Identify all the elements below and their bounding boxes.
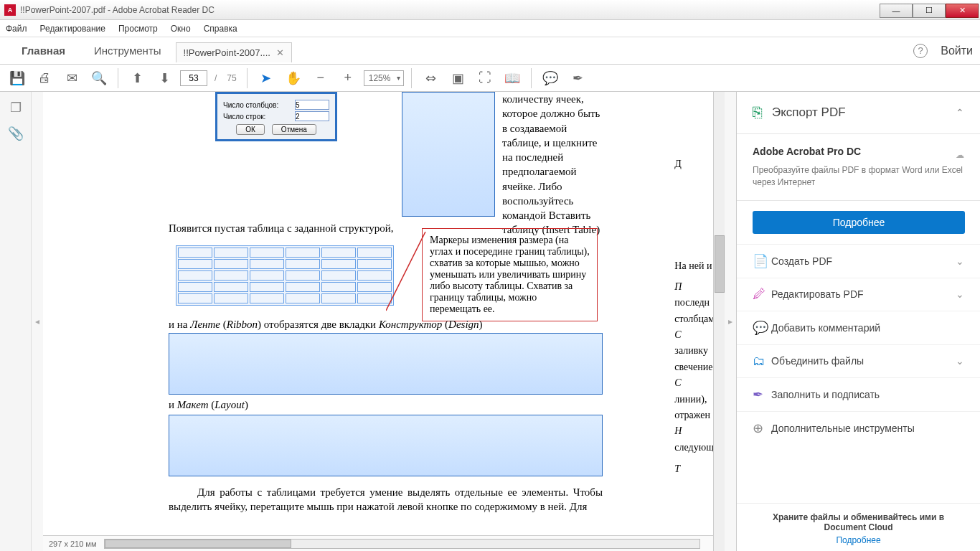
vscroll-thumb[interactable]: [715, 235, 725, 293]
print-icon[interactable]: 🖨: [33, 67, 56, 90]
menu-bar: Файл Редактирование Просмотр Окно Справк…: [0, 20, 980, 37]
insert-table-ribbon-image: [402, 92, 495, 217]
search-icon[interactable]: 🔍: [88, 67, 110, 90]
design-ribbon-image: [169, 333, 603, 395]
edit-pdf-label: Редактировать PDF: [771, 288, 864, 300]
chevron-down-icon: ⌄: [956, 355, 964, 367]
collapse-left-handle[interactable]: ◂: [32, 92, 43, 551]
more-tools-item[interactable]: ⊕ Дополнительные инструменты: [737, 411, 980, 445]
email-icon[interactable]: ✉: [60, 67, 83, 90]
svg-line-0: [386, 232, 425, 311]
learn-more-button[interactable]: Подробнее: [753, 211, 965, 234]
page-status-bar: 297 x 210 мм: [43, 535, 713, 551]
comment-label: Добавить комментарий: [771, 322, 880, 334]
tab-tools[interactable]: Инструменты: [80, 37, 176, 64]
horizontal-scrollbar[interactable]: [104, 539, 701, 549]
minimize-button[interactable]: —: [880, 4, 913, 18]
pro-desc: Преобразуйте файлы PDF в формат Word или…: [753, 164, 964, 189]
zoom-select[interactable]: 125%: [364, 70, 405, 86]
pro-title: Adobe Acrobat Pro DC: [753, 146, 861, 157]
cloud-learn-link[interactable]: Подробнее: [753, 535, 964, 545]
separator: [118, 68, 118, 88]
text-line-2: и на Ленте (Ribbon) отобразятся две вкла…: [169, 319, 483, 331]
text-line-1: Появится пустая таблица с заданной струк…: [169, 222, 393, 235]
cols-label: Число столбцов:: [223, 101, 278, 109]
export-pdf-header[interactable]: ⎘ Экспорт PDF ⌃: [737, 92, 980, 134]
tab-home[interactable]: Главная: [7, 37, 80, 64]
fit-width-icon[interactable]: ⇔: [419, 67, 442, 90]
insert-table-dialog-image: Число столбцов: Число строк: ОК Отмена: [215, 92, 337, 141]
create-pdf-item[interactable]: 📄 Создать PDF ⌄: [737, 244, 980, 278]
cutoff-text: Д На ней и П последн столбцам С заливку …: [674, 156, 713, 477]
document-tab[interactable]: !!PowerPoint-2007.... ✕: [176, 42, 292, 62]
cancel-button-img: Отмена: [272, 124, 316, 135]
menu-help[interactable]: Справка: [204, 24, 237, 34]
sign-icon[interactable]: ✒: [566, 67, 589, 90]
fit-page-icon[interactable]: ▣: [446, 67, 469, 90]
main-toolbar: 💾 🖨 ✉ 🔍 ⬆ ⬇ / 75 ➤ ✋ − + 125% ⇔ ▣ ⛶ 📖 💬 …: [0, 65, 980, 92]
menu-view[interactable]: Просмотр: [118, 24, 158, 34]
close-tab-icon[interactable]: ✕: [276, 47, 284, 58]
chevron-down-icon: ⌄: [956, 288, 964, 300]
page-down-icon[interactable]: ⬇: [153, 67, 176, 90]
cloud-line1: Храните файлы и обменивайтесь ими в: [773, 512, 944, 522]
vertical-scrollbar[interactable]: [713, 92, 725, 551]
create-pdf-icon: 📄: [753, 253, 771, 269]
app-icon: A: [4, 4, 16, 16]
left-rail: ❐ 📎: [0, 92, 32, 551]
cols-input: [295, 100, 329, 110]
read-mode-icon[interactable]: 📖: [501, 67, 524, 90]
edit-pdf-item[interactable]: 🖉 Редактировать PDF ⌄: [737, 278, 980, 311]
export-pdf-body: Adobe Acrobat Pro DC ☁ Преобразуйте файл…: [737, 134, 980, 201]
document-area: ◂ Число столбцов: Число строк: ОК Отмена…: [32, 92, 736, 551]
page-dimensions: 297 x 210 мм: [49, 540, 97, 548]
page-up-icon[interactable]: ⬆: [126, 67, 149, 90]
rows-label: Число строк:: [223, 113, 265, 121]
cloud-line2: Document Cloud: [824, 522, 893, 532]
thumbnails-icon[interactable]: ❐: [7, 99, 24, 116]
login-button[interactable]: Войти: [941, 44, 973, 57]
ok-button-img: ОК: [236, 124, 265, 135]
page-number-input[interactable]: [180, 70, 207, 86]
main-area: ❐ 📎 ◂ Число столбцов: Число строк: ОК От…: [0, 92, 980, 551]
menu-window[interactable]: Окно: [171, 24, 191, 34]
separator: [411, 68, 412, 88]
zoom-value: 125%: [369, 73, 391, 83]
attachments-icon[interactable]: 📎: [7, 125, 24, 142]
side-paragraph: количеству ячеек, которое должно быть в …: [502, 92, 606, 237]
window-buttons: — ☐ ✕: [880, 2, 980, 18]
hscroll-thumb[interactable]: [105, 540, 291, 548]
sample-table-grid: [176, 245, 394, 306]
combine-files-item[interactable]: 🗂 Объединить файлы ⌄: [737, 344, 980, 377]
comment-icon[interactable]: 💬: [539, 67, 562, 90]
comment-icon: 💬: [753, 320, 771, 336]
zoom-out-icon[interactable]: −: [309, 67, 332, 90]
menu-edit[interactable]: Редактирование: [40, 24, 105, 34]
tools-panel: ⎘ Экспорт PDF ⌃ Adobe Acrobat Pro DC ☁ П…: [736, 92, 980, 551]
collapse-right-handle[interactable]: ▸: [725, 92, 736, 551]
cloud-icon: ☁: [956, 150, 964, 160]
close-button[interactable]: ✕: [946, 4, 979, 18]
paragraph-4: Для работы с таблицами требуется умение …: [169, 485, 603, 514]
add-comment-item[interactable]: 💬 Добавить комментарий: [737, 311, 980, 344]
menu-file[interactable]: Файл: [6, 24, 27, 34]
rows-input: [295, 111, 329, 121]
create-pdf-label: Создать PDF: [771, 255, 832, 267]
fullscreen-icon[interactable]: ⛶: [473, 67, 496, 90]
document-tab-label: !!PowerPoint-2007....: [184, 47, 270, 58]
zoom-in-icon[interactable]: +: [336, 67, 359, 90]
callout-box: Маркеры изменения размера (на углах и по…: [422, 228, 598, 321]
save-icon[interactable]: 💾: [6, 67, 29, 90]
help-icon[interactable]: ?: [913, 44, 928, 58]
hand-tool-icon[interactable]: ✋: [282, 67, 305, 90]
select-tool-icon[interactable]: ➤: [255, 67, 278, 90]
page-total: 75: [224, 73, 239, 83]
fill-sign-label: Заполнить и подписать: [771, 389, 880, 400]
chevron-down-icon: ⌄: [956, 255, 964, 267]
pdf-page[interactable]: Число столбцов: Число строк: ОК Отмена к…: [43, 92, 713, 551]
separator: [531, 68, 532, 88]
fill-sign-item[interactable]: ✒ Заполнить и подписать: [737, 377, 980, 411]
window-title: !!PowerPoint-2007.pdf - Adobe Acrobat Re…: [20, 5, 215, 15]
maximize-button[interactable]: ☐: [913, 4, 946, 18]
export-pdf-icon: ⎘: [753, 103, 762, 122]
